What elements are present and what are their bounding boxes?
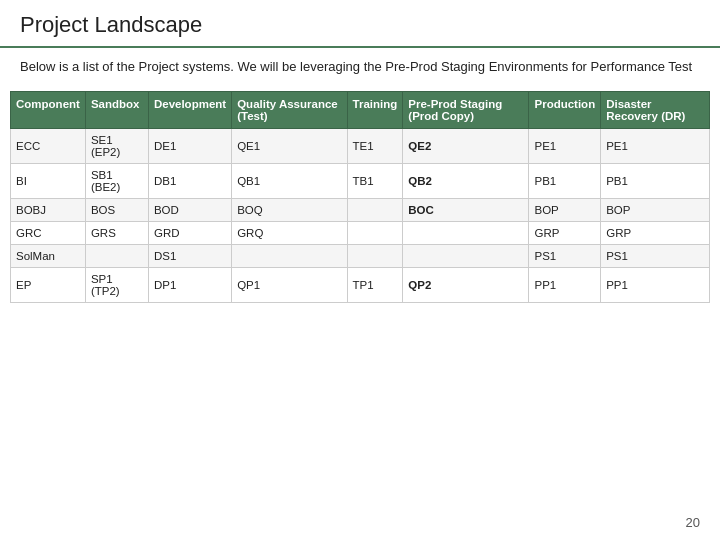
table-cell: EP (11, 267, 86, 302)
table-cell: ECC (11, 128, 86, 163)
table-cell: PB1 (601, 163, 710, 198)
table-cell (347, 198, 403, 221)
table-cell: PP1 (601, 267, 710, 302)
table-cell: GRC (11, 221, 86, 244)
table-cell: TB1 (347, 163, 403, 198)
table-cell: GRD (148, 221, 231, 244)
table-cell: GRQ (232, 221, 347, 244)
table-cell: TE1 (347, 128, 403, 163)
table-cell: PS1 (529, 244, 601, 267)
table-cell: BOP (601, 198, 710, 221)
table-cell: BOC (403, 198, 529, 221)
table-cell: DB1 (148, 163, 231, 198)
table-cell: BOP (529, 198, 601, 221)
table-cell: SolMan (11, 244, 86, 267)
table-cell: QE1 (232, 128, 347, 163)
col-header-7: Disaster Recovery (DR) (601, 91, 710, 128)
table-cell (347, 244, 403, 267)
table-cell (85, 244, 148, 267)
table-cell: GRS (85, 221, 148, 244)
table-row: BISB1 (BE2)DB1QB1TB1QB2PB1PB1 (11, 163, 710, 198)
table-row: GRCGRSGRDGRQGRPGRP (11, 221, 710, 244)
table-cell: QB1 (232, 163, 347, 198)
col-header-5: Pre-Prod Staging (Prod Copy) (403, 91, 529, 128)
table-header-row: ComponentSandboxDevelopmentQuality Assur… (11, 91, 710, 128)
table-cell: DS1 (148, 244, 231, 267)
page-title: Project Landscape (20, 12, 700, 38)
table-row: EPSP1 (TP2)DP1QP1TP1QP2PP1PP1 (11, 267, 710, 302)
header: Project Landscape (0, 0, 720, 48)
table-cell: PB1 (529, 163, 601, 198)
table-cell: QP2 (403, 267, 529, 302)
col-header-0: Component (11, 91, 86, 128)
table-cell: GRP (529, 221, 601, 244)
table-row: SolManDS1PS1PS1 (11, 244, 710, 267)
table-cell: PE1 (529, 128, 601, 163)
table-cell: PE1 (601, 128, 710, 163)
table-cell: BOS (85, 198, 148, 221)
table-cell: BI (11, 163, 86, 198)
table-cell (347, 221, 403, 244)
table-cell: SB1 (BE2) (85, 163, 148, 198)
table-row: ECCSE1 (EP2)DE1QE1TE1QE2PE1PE1 (11, 128, 710, 163)
table-cell: PP1 (529, 267, 601, 302)
table-cell: SP1 (TP2) (85, 267, 148, 302)
table-cell: GRP (601, 221, 710, 244)
project-landscape-table: ComponentSandboxDevelopmentQuality Assur… (10, 91, 710, 303)
table-cell: QP1 (232, 267, 347, 302)
table-row: BOBJBOSBODBOQBOCBOPBOP (11, 198, 710, 221)
table-cell: QB2 (403, 163, 529, 198)
intro-text: Below is a list of the Project systems. … (0, 48, 720, 87)
col-header-1: Sandbox (85, 91, 148, 128)
table-cell: DP1 (148, 267, 231, 302)
table-cell: BOD (148, 198, 231, 221)
col-header-6: Production (529, 91, 601, 128)
col-header-4: Training (347, 91, 403, 128)
table-cell: BOQ (232, 198, 347, 221)
table-body: ECCSE1 (EP2)DE1QE1TE1QE2PE1PE1BISB1 (BE2… (11, 128, 710, 302)
table-cell: QE2 (403, 128, 529, 163)
table-cell (403, 221, 529, 244)
table-cell: BOBJ (11, 198, 86, 221)
table-cell: PS1 (601, 244, 710, 267)
col-header-3: Quality Assurance (Test) (232, 91, 347, 128)
table-cell: DE1 (148, 128, 231, 163)
intro-paragraph: Below is a list of the Project systems. … (20, 59, 692, 74)
table-cell: SE1 (EP2) (85, 128, 148, 163)
page-number: 20 (686, 515, 700, 530)
page: Project Landscape Below is a list of the… (0, 0, 720, 540)
col-header-2: Development (148, 91, 231, 128)
table-cell: TP1 (347, 267, 403, 302)
table-container: ComponentSandboxDevelopmentQuality Assur… (0, 87, 720, 303)
table-cell (403, 244, 529, 267)
table-cell (232, 244, 347, 267)
